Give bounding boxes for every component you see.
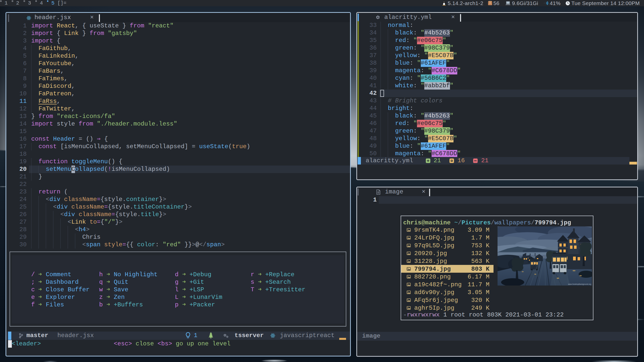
svg-text:www.DesktopBackground.org: www.DesktopBackground.org bbox=[568, 283, 591, 285]
